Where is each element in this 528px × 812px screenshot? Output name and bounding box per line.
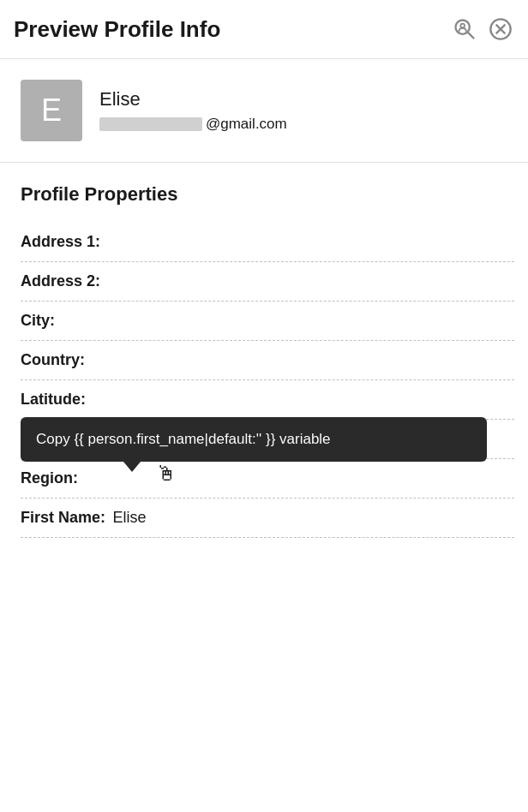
field-label-address2: Address 2: — [21, 272, 100, 290]
field-label-region: Region: — [21, 469, 78, 487]
field-country: Country: — [21, 341, 514, 380]
field-label-address1: Address 1: — [21, 233, 100, 250]
section-title: Profile Properties — [21, 183, 514, 206]
field-first-name: Copy {{ person.first_name|default:'' }} … — [21, 499, 514, 538]
profile-name: Elise — [99, 88, 287, 110]
avatar: E — [21, 80, 82, 141]
tooltip: Copy {{ person.first_name|default:'' }} … — [21, 417, 487, 462]
email-redacted — [99, 117, 202, 131]
email-domain: @gmail.com — [206, 116, 287, 133]
field-label-country: Country: — [21, 351, 85, 368]
svg-point-3 — [460, 24, 465, 28]
field-address1: Address 1: — [21, 223, 514, 262]
page-header: Preview Profile Info — [0, 0, 528, 59]
tooltip-text: Copy {{ person.first_name|default:'' }} … — [36, 431, 331, 447]
close-button[interactable] — [487, 15, 514, 43]
tooltip-arrow — [123, 462, 141, 472]
search-icon — [453, 17, 477, 41]
profile-email: @gmail.com — [99, 116, 287, 133]
field-region: Region: — [21, 459, 514, 499]
field-label-latitude: Latitude: — [21, 391, 86, 408]
field-city: City: — [21, 302, 514, 341]
page-title: Preview Profile Info — [14, 16, 220, 43]
svg-line-1 — [468, 33, 473, 38]
header-actions — [451, 15, 514, 43]
field-address2: Address 2: — [21, 262, 514, 302]
properties-section: Profile Properties Address 1: Address 2:… — [0, 163, 528, 552]
field-value-firstname: Elise — [112, 509, 146, 526]
search-button[interactable] — [451, 15, 478, 43]
field-latitude: Latitude: — [21, 380, 514, 420]
profile-section: E Elise @gmail.com — [0, 59, 528, 163]
field-label-city: City: — [21, 312, 55, 329]
cursor-pointer-icon: 🖱 — [156, 462, 177, 486]
close-icon — [489, 17, 513, 41]
profile-info: Elise @gmail.com — [99, 88, 287, 133]
field-label-firstname: First Name: — [21, 509, 105, 526]
